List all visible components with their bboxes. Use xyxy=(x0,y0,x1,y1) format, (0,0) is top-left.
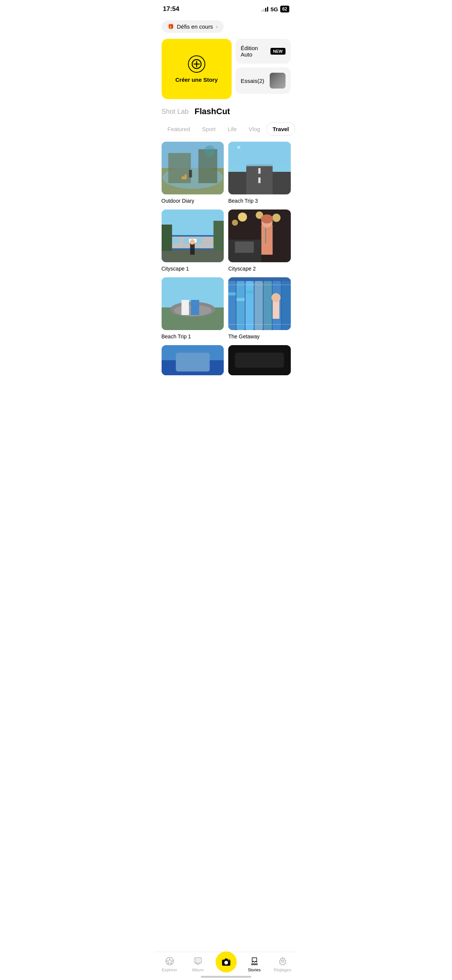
svg-point-19 xyxy=(237,146,240,149)
camera-button[interactable] xyxy=(215,951,237,972)
svg-point-36 xyxy=(232,220,238,226)
nav-explorer[interactable]: Explorer xyxy=(156,956,184,972)
partial-right-thumb xyxy=(228,345,291,375)
svg-rect-16 xyxy=(258,177,261,183)
svg-rect-75 xyxy=(235,353,284,368)
story-row: Créer une Story Édition Auto NEW Essais(… xyxy=(162,39,291,99)
beach-trip-1-label: Beach Trip 1 xyxy=(162,333,191,339)
svg-rect-15 xyxy=(258,168,261,174)
grid-item-cityscape-1[interactable]: Cityscape 1 xyxy=(162,210,224,272)
signal-bar-1 xyxy=(261,10,263,12)
status-bar: 17:54 5G 62 xyxy=(156,0,297,17)
edition-card[interactable]: Édition Auto NEW xyxy=(236,39,291,64)
album-label: Album xyxy=(192,967,204,972)
defis-label: Défis en cours xyxy=(177,23,213,30)
tab-switcher: Shot Lab FlashCut xyxy=(162,107,291,116)
svg-rect-41 xyxy=(235,242,254,253)
outdoor-diary-label: Outdoor Diary xyxy=(162,198,194,204)
cat-tab-sport[interactable]: Sport xyxy=(196,123,222,135)
category-tabs: Featured Sport Life Vlog Travel xyxy=(156,123,297,136)
grid-item-beach-trip-1[interactable]: Beach Trip 1 xyxy=(162,277,224,340)
cityscape-2-label: Cityscape 2 xyxy=(228,266,256,272)
create-story-card[interactable]: Créer une Story xyxy=(162,39,232,99)
svg-rect-30 xyxy=(162,224,172,251)
svg-rect-73 xyxy=(175,353,209,372)
the-getaway-label: The Getaway xyxy=(228,333,259,339)
explorer-label: Explorer xyxy=(162,967,177,972)
tab-flashcut[interactable]: FlashCut xyxy=(195,107,230,116)
signal-bar-3 xyxy=(265,8,266,12)
essais-thumbnail xyxy=(270,73,285,89)
reglages-label: Réglages xyxy=(274,967,291,972)
svg-point-82 xyxy=(224,961,228,964)
svg-rect-53 xyxy=(162,277,224,300)
svg-rect-63 xyxy=(282,281,291,330)
nav-stories[interactable]: Stories xyxy=(240,956,269,972)
outdoor-diary-thumb xyxy=(162,142,224,194)
create-story-icon xyxy=(188,56,205,73)
cityscape-2-thumb xyxy=(228,210,291,262)
svg-rect-59 xyxy=(245,281,254,330)
new-badge: NEW xyxy=(271,48,285,55)
album-icon xyxy=(193,956,203,966)
signal-bar-4 xyxy=(267,7,268,12)
grid-item-beach-trip-3[interactable]: Beach Trip 3 xyxy=(228,142,291,204)
svg-point-8 xyxy=(204,145,215,157)
partial-left-thumb xyxy=(162,345,224,375)
nav-album[interactable]: Album xyxy=(184,956,212,972)
svg-rect-42 xyxy=(265,228,266,243)
svg-rect-6 xyxy=(168,153,191,183)
svg-rect-79 xyxy=(195,959,201,962)
create-story-label: Créer une Story xyxy=(175,76,218,83)
svg-rect-80 xyxy=(194,959,196,963)
svg-rect-37 xyxy=(261,224,273,255)
home-indicator xyxy=(201,976,251,978)
right-cards: Édition Auto NEW Essais(2) xyxy=(236,39,291,99)
cityscape-1-thumb xyxy=(162,210,224,262)
signal-bar-2 xyxy=(263,9,264,12)
stories-icon xyxy=(249,956,259,966)
essais-label: Essais(2) xyxy=(241,78,264,84)
essais-card[interactable]: Essais(2) xyxy=(236,67,291,94)
svg-rect-58 xyxy=(237,281,245,330)
svg-rect-57 xyxy=(228,281,236,330)
battery-indicator: 62 xyxy=(280,6,289,13)
explorer-icon xyxy=(165,956,174,966)
signal-bars xyxy=(261,6,268,12)
the-getaway-thumb xyxy=(228,277,291,330)
beach-trip-3-label: Beach Trip 3 xyxy=(228,198,258,204)
cat-tab-travel[interactable]: Travel xyxy=(266,123,295,136)
beach-trip-3-thumb xyxy=(228,142,291,194)
svg-rect-83 xyxy=(224,959,228,960)
grid-item-partial-left[interactable] xyxy=(162,345,224,378)
defis-icon: 🎁 xyxy=(168,24,174,29)
svg-point-35 xyxy=(272,214,281,222)
defis-chevron-icon: › xyxy=(216,24,217,29)
cat-tab-life[interactable]: Life xyxy=(221,123,243,135)
svg-rect-65 xyxy=(237,298,245,301)
svg-marker-77 xyxy=(167,959,172,964)
essais-thumb-image xyxy=(270,73,285,89)
svg-rect-9 xyxy=(189,170,192,177)
svg-rect-31 xyxy=(213,221,224,251)
nav-camera[interactable] xyxy=(212,956,240,972)
grid-item-outdoor-diary[interactable]: Outdoor Diary xyxy=(162,142,224,204)
grid-item-the-getaway[interactable]: The Getaway xyxy=(228,277,291,340)
svg-rect-17 xyxy=(228,142,291,166)
svg-rect-64 xyxy=(228,293,236,295)
content-grid: Outdoor Diary Beach Trip 3 xyxy=(162,142,291,378)
svg-rect-11 xyxy=(184,175,186,177)
cat-tab-featured[interactable]: Featured xyxy=(162,123,196,135)
grid-item-cityscape-2[interactable]: Cityscape 2 xyxy=(228,210,291,272)
tab-shotlab[interactable]: Shot Lab xyxy=(162,108,189,116)
cityscape-1-label: Cityscape 1 xyxy=(162,266,189,272)
svg-point-33 xyxy=(238,213,247,221)
reglages-icon xyxy=(278,956,287,966)
cat-tab-vlog[interactable]: Vlog xyxy=(243,123,266,135)
defis-button[interactable]: 🎁 Défis en cours › xyxy=(162,20,224,33)
nav-reglages[interactable]: Réglages xyxy=(269,956,297,972)
grid-item-partial-right[interactable] xyxy=(228,345,291,378)
svg-point-68 xyxy=(272,293,281,302)
svg-rect-67 xyxy=(273,300,280,319)
beach-trip-1-thumb xyxy=(162,277,224,330)
